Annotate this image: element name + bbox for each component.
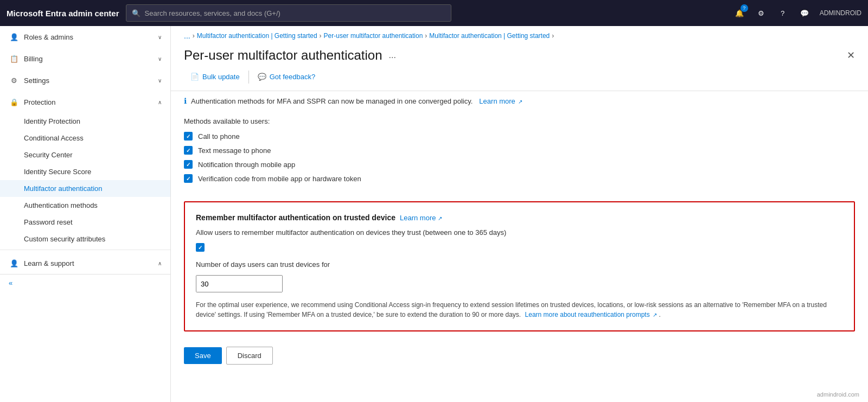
app-title: Microsoft Entra admin center — [7, 9, 119, 18]
sidebar-item-conditional-access[interactable]: Conditional Access — [0, 130, 170, 146]
verification-code-label: Verification code from mobile app or har… — [198, 175, 361, 183]
page-title: Per-user multifactor authentication — [184, 48, 382, 63]
search-placeholder: Search resources, services, and docs (G+… — [145, 9, 280, 17]
text-message-checkbox[interactable] — [184, 146, 193, 155]
breadcrumb-item-3[interactable]: Multifactor authentication | Getting sta… — [429, 32, 550, 40]
sidebar-section-settings[interactable]: ⚙ Settings ∨ — [0, 69, 170, 91]
top-navigation: Microsoft Entra admin center 🔍 Search re… — [0, 0, 868, 26]
protection-chevron: ∧ — [158, 99, 162, 105]
protection-icon: 🔒 — [9, 97, 20, 107]
sidebar-section-roles[interactable]: 👤 Roles & admins ∨ — [0, 26, 170, 48]
reauthentication-link[interactable]: Learn more about reauthentication prompt… — [525, 311, 659, 318]
notification-mobile-checkbox[interactable] — [184, 160, 193, 169]
sidebar-section-protection[interactable]: 🔒 Protection ∧ — [0, 91, 170, 113]
note-text: For the optimal user experience, we reco… — [196, 300, 843, 320]
days-section: Number of days users can trust devices f… — [196, 260, 843, 292]
sidebar-item-auth-methods[interactable]: Authentication methods — [0, 197, 170, 214]
feedback-button[interactable]: 💬 Got feedback? — [251, 69, 322, 84]
search-icon: 🔍 — [132, 9, 141, 17]
breadcrumb-item-1[interactable]: Multifactor authentication | Getting sta… — [197, 32, 317, 40]
sidebar-section-learn[interactable]: 👤 Learn & support ∧ — [0, 252, 170, 274]
days-input-wrapper: ▲ ▼ — [196, 275, 843, 292]
remember-mfa-learn-more[interactable]: Learn more ↗ — [400, 214, 442, 222]
roles-chevron: ∨ — [158, 34, 162, 40]
days-input[interactable] — [196, 276, 283, 292]
top-nav-icons: 🔔 ? ⚙ ? 💬 ADMINDROID — [733, 7, 861, 20]
remember-mfa-external-icon: ↗ — [438, 215, 442, 221]
sidebar-item-password-reset[interactable]: Password reset — [0, 214, 170, 231]
watermark: admindroid.com — [817, 391, 859, 398]
feedback-label: Got feedback? — [270, 73, 316, 81]
days-label: Number of days users can trust devices f… — [196, 260, 843, 269]
sidebar-collapse-button[interactable]: « — [0, 274, 170, 291]
note-external-icon: ↗ — [653, 312, 657, 318]
text-message-label: Text message to phone — [198, 146, 271, 155]
info-banner: ℹ Authentication methods for MFA and SSP… — [171, 91, 868, 111]
search-bar[interactable]: 🔍 Search resources, services, and docs (… — [126, 4, 451, 22]
remember-mfa-checkbox[interactable] — [196, 243, 205, 252]
external-link-icon: ↗ — [518, 99, 522, 105]
learn-icon: 👤 — [9, 258, 20, 269]
notification-icon[interactable]: 🔔 ? — [733, 7, 746, 20]
settings-icon[interactable]: ⚙ — [755, 7, 768, 20]
page-menu-button[interactable]: ... — [389, 50, 396, 60]
discard-button[interactable]: Discard — [226, 347, 273, 365]
settings-chevron: ∨ — [158, 78, 162, 84]
close-button[interactable]: ✕ — [847, 49, 855, 61]
call-phone-label: Call to phone — [198, 132, 240, 141]
sidebar-settings-label: Settings — [24, 76, 49, 85]
method-call-to-phone: Call to phone — [184, 132, 855, 141]
toolbar: 📄 Bulk update 💬 Got feedback? — [171, 69, 868, 91]
admin-label: ADMINDROID — [820, 9, 861, 17]
sidebar-divider — [0, 250, 170, 250]
notification-mobile-label: Notification through mobile app — [198, 161, 295, 169]
billing-chevron: ∨ — [158, 56, 162, 62]
sidebar: 👤 Roles & admins ∨ 📋 Billing ∨ ⚙ Setting… — [0, 26, 171, 402]
info-text: Authentication methods for MFA and SSPR … — [191, 97, 473, 105]
remember-mfa-checkbox-row — [196, 243, 843, 252]
toolbar-separator — [248, 71, 249, 84]
call-phone-checkbox[interactable] — [184, 132, 193, 141]
verification-code-checkbox[interactable] — [184, 174, 193, 183]
roles-icon: 👤 — [9, 31, 20, 42]
sidebar-item-identity-protection[interactable]: Identity Protection — [0, 113, 170, 130]
sidebar-item-security-center[interactable]: Security Center — [0, 146, 170, 163]
breadcrumb-item-2[interactable]: Per-user multifactor authentication — [324, 32, 423, 40]
save-button[interactable]: Save — [184, 347, 222, 364]
sidebar-section-billing[interactable]: 📋 Billing ∨ — [0, 48, 170, 69]
sidebar-protection-label: Protection — [24, 98, 56, 106]
bulk-update-button[interactable]: 📄 Bulk update — [184, 69, 246, 84]
bulk-update-icon: 📄 — [190, 73, 199, 81]
method-notification-mobile: Notification through mobile app — [184, 160, 855, 169]
content-area: ... › Multifactor authentication | Getti… — [171, 26, 868, 402]
sidebar-roles-label: Roles & admins — [24, 33, 73, 41]
info-icon: ℹ — [184, 97, 187, 105]
method-text-message: Text message to phone — [184, 146, 855, 155]
method-verification-code: Verification code from mobile app or har… — [184, 174, 855, 183]
page-header: Per-user multifactor authentication ... … — [171, 43, 868, 69]
sidebar-item-custom-security[interactable]: Custom security attributes — [0, 231, 170, 247]
feedback-icon[interactable]: 💬 — [798, 7, 811, 20]
remember-mfa-title: Remember multifactor authentication on t… — [196, 213, 843, 222]
notification-badge: ? — [741, 4, 748, 12]
sidebar-item-identity-secure-score[interactable]: Identity Secure Score — [0, 163, 170, 180]
sidebar-learn-label: Learn & support — [24, 259, 74, 267]
remember-mfa-description: Allow users to remember multifactor auth… — [196, 228, 843, 237]
methods-section: Methods available to users: Call to phon… — [171, 111, 868, 195]
settings-sidebar-icon: ⚙ — [9, 75, 20, 86]
main-layout: 👤 Roles & admins ∨ 📋 Billing ∨ ⚙ Setting… — [0, 26, 868, 402]
days-spinner: ▲ ▼ — [196, 275, 283, 292]
sidebar-billing-label: Billing — [24, 55, 43, 63]
sidebar-item-multifactor-auth[interactable]: Multifactor authentication — [0, 180, 170, 197]
billing-icon: 📋 — [9, 53, 20, 64]
info-learn-more-link[interactable]: Learn more ↗ — [479, 97, 522, 105]
breadcrumb: ... › Multifactor authentication | Getti… — [171, 26, 868, 43]
remember-mfa-section: Remember multifactor authentication on t… — [184, 201, 855, 331]
footer-buttons: Save Discard — [171, 338, 868, 373]
bulk-update-label: Bulk update — [202, 73, 240, 81]
breadcrumb-dots[interactable]: ... — [184, 31, 190, 40]
feedback-icon-toolbar: 💬 — [258, 73, 266, 81]
learn-chevron: ∧ — [158, 260, 162, 266]
methods-label: Methods available to users: — [184, 117, 855, 125]
help-icon[interactable]: ? — [776, 7, 789, 20]
